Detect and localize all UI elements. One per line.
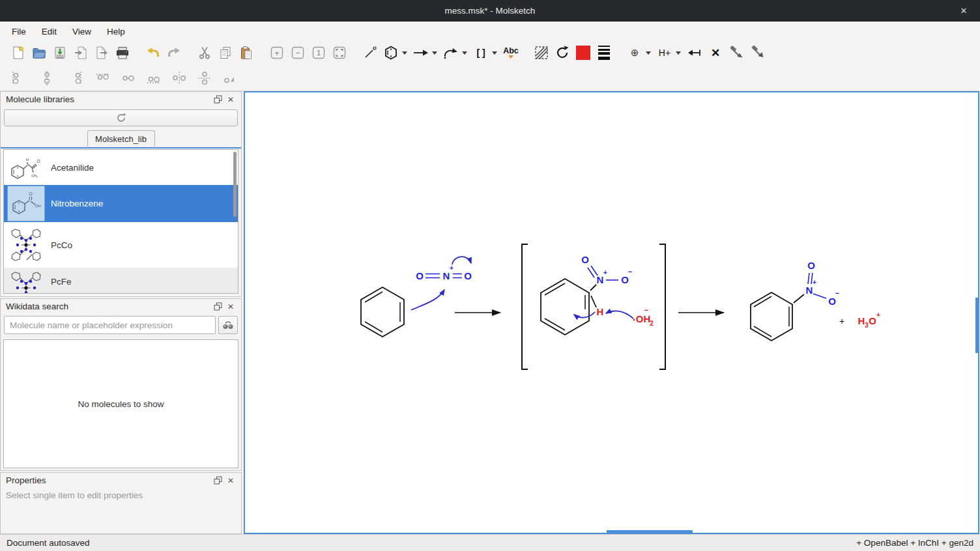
list-item-pcfe[interactable]: PcFe (4, 268, 238, 294)
hydrogen-tool-button[interactable]: H+ (654, 42, 675, 63)
molecule-arenium-intermediate[interactable]: N + O O − H (541, 254, 632, 335)
properties-float-button[interactable] (211, 475, 224, 487)
print-button[interactable] (112, 42, 133, 63)
svg-text:1: 1 (317, 49, 321, 57)
charge-tool-button[interactable]: ⊕ (624, 42, 645, 63)
align-bottom-button[interactable] (144, 68, 164, 88)
molecule-libraries-header: Molecule libraries ✕ (1, 92, 241, 107)
draw-bond-tool-button[interactable] (360, 42, 381, 63)
tab-molsketch-lib[interactable]: Molsketch_lib (87, 130, 155, 148)
zoom-in-button[interactable]: + (267, 42, 287, 63)
save-document-button[interactable] (50, 42, 70, 63)
distribute-horizontal-button[interactable] (169, 68, 189, 88)
window-close-button[interactable]: ✕ (954, 0, 973, 21)
title-bar[interactable]: mess.msk* - Molsketch ✕ (0, 0, 980, 21)
molecule-nitrobenzene-product[interactable]: N + O O − (751, 260, 839, 341)
svg-text:−: − (835, 289, 839, 297)
arrow-tool-dropdown-icon[interactable] (432, 51, 437, 55)
zoom-out-button[interactable]: − (287, 42, 308, 63)
align-left-button[interactable] (7, 68, 26, 88)
cut-button[interactable] (194, 42, 215, 63)
svg-text:O: O (828, 296, 836, 307)
export-document-button[interactable] (91, 42, 112, 63)
canvas-vertical-scrollbar[interactable] (975, 298, 978, 353)
redo-button[interactable] (164, 42, 184, 63)
new-document-button[interactable] (8, 42, 29, 63)
arrow-tick-tool-button[interactable] (684, 42, 705, 63)
svg-text:OH: OH (636, 313, 651, 324)
molecule-hydronium[interactable]: H 3 O + (858, 311, 881, 329)
text-tool-icon: Abc (503, 47, 519, 59)
ring-tool-button[interactable] (381, 42, 401, 63)
line-width-tool-button[interactable] (594, 42, 614, 63)
drawing-canvas[interactable]: O N + O N + O (244, 91, 979, 534)
canvas-horizontal-scrollbar[interactable] (607, 530, 693, 533)
import-document-button[interactable] (70, 42, 91, 63)
delete-tool-button[interactable]: ✕ (705, 42, 726, 63)
hydrogen-tool-dropdown-icon[interactable] (676, 51, 681, 55)
molecule-libraries-title: Molecule libraries (6, 94, 74, 104)
bracket-left[interactable] (522, 244, 528, 369)
bracket-tool-dropdown-icon[interactable] (492, 51, 497, 55)
angle-tool-button[interactable] (220, 68, 240, 88)
color-tool-button[interactable] (573, 42, 594, 63)
zoom-fit-button[interactable] (329, 42, 350, 63)
paste-button[interactable] (236, 42, 257, 63)
library-list-scrollbar[interactable] (233, 152, 237, 217)
rotate-tool-button[interactable] (552, 42, 573, 63)
optimize-structure-alt-button[interactable] (747, 42, 768, 63)
mechanism-arrow-dropdown-icon[interactable] (462, 51, 467, 55)
align-horizontal-center-button[interactable] (119, 68, 138, 88)
mechanism-arrow-tool-button[interactable] (440, 42, 461, 63)
list-item-pcco[interactable]: PcCo (4, 222, 238, 268)
mechanism-arrow-n-to-o[interactable] (452, 257, 471, 264)
text-tool-button[interactable]: Abc (500, 42, 521, 63)
mechanism-arrow-base-to-h[interactable] (606, 311, 633, 318)
plus-sign[interactable]: + (839, 316, 844, 326)
align-horizontal-center-icon (120, 70, 137, 87)
refresh-libraries-button[interactable] (4, 109, 238, 126)
libraries-close-button[interactable]: ✕ (224, 94, 237, 106)
molecule-benzene-reactant[interactable] (361, 287, 404, 337)
search-button[interactable] (218, 316, 238, 334)
mechanism-arrow-ch-to-ring[interactable] (574, 312, 595, 318)
list-item-nitrobenzene[interactable]: O OH Nitrobenzene (4, 185, 238, 222)
wikidata-float-button[interactable] (211, 301, 224, 313)
menu-help[interactable]: Help (99, 24, 133, 39)
svg-text:O: O (807, 260, 815, 271)
status-capabilities: + OpenBabel + InChI + gen2d (856, 538, 973, 548)
arrow-tool-button[interactable] (411, 42, 431, 63)
mechanism-arrow-ring-to-n[interactable] (411, 290, 444, 310)
status-bar: Document autosaved + OpenBabel + InChI +… (0, 534, 980, 551)
bracket-right[interactable] (659, 244, 665, 369)
wikidata-results-area: No molecules to show (3, 339, 238, 468)
molecule-search-input[interactable] (4, 316, 216, 334)
svg-text:+: + (876, 311, 880, 318)
copy-button[interactable] (215, 42, 236, 63)
svg-text:O: O (416, 270, 424, 281)
align-top-button[interactable] (93, 68, 113, 88)
libraries-float-button[interactable] (211, 94, 224, 106)
bracket-tool-button[interactable]: [ ] (470, 42, 491, 63)
list-item-acetanilide[interactable]: H O CH₃ Acetanilide (4, 150, 238, 185)
align-vertical-center-button[interactable] (37, 68, 57, 88)
align-right-button[interactable] (68, 68, 87, 88)
zoom-out-icon: − (291, 46, 305, 60)
save-icon (53, 46, 67, 60)
molecule-nitronium[interactable]: O N + O (416, 264, 472, 281)
wikidata-close-button[interactable]: ✕ (224, 301, 237, 313)
svg-text:H: H (26, 158, 29, 162)
undo-button[interactable] (143, 42, 164, 63)
menu-view[interactable]: View (65, 24, 99, 39)
molecule-water-base[interactable]: OH 2 − (633, 306, 654, 327)
menu-edit[interactable]: Edit (34, 24, 65, 39)
ring-tool-dropdown-icon[interactable] (402, 51, 407, 55)
selection-tool-button[interactable] (531, 42, 552, 63)
charge-tool-dropdown-icon[interactable] (646, 51, 651, 55)
optimize-structure-button[interactable] (726, 42, 747, 63)
distribute-vertical-button[interactable] (195, 68, 214, 88)
menu-file[interactable]: File (4, 24, 34, 39)
zoom-original-button[interactable]: 1 (308, 42, 329, 63)
properties-close-button[interactable]: ✕ (224, 475, 237, 487)
open-document-button[interactable] (29, 42, 50, 63)
